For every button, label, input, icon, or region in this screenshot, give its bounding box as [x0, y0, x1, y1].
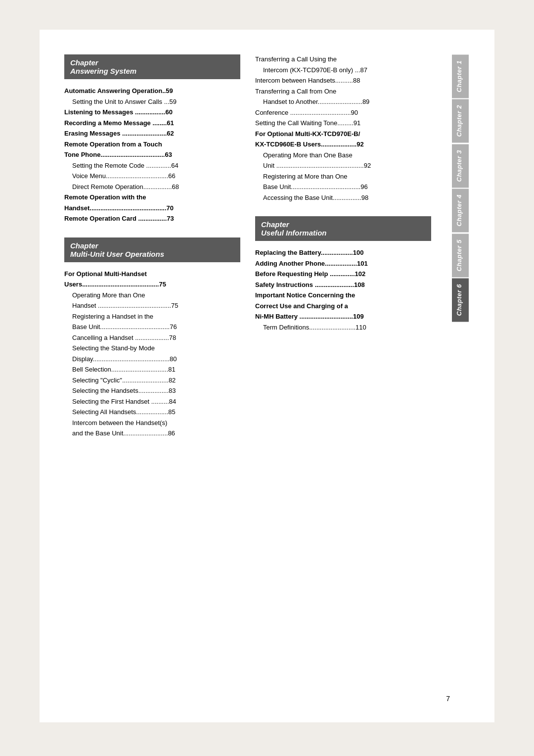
toc-item: Base Unit...............................…: [255, 182, 431, 192]
chapter5-header: Chapter Multi-Unit User Operations: [64, 237, 240, 262]
chapter5-title: Chapter: [70, 241, 234, 250]
toc-item: Display.................................…: [64, 354, 240, 364]
toc-item: Intercom between the Handset(s): [64, 418, 240, 428]
sidebar-tabs: Chapter 1 Chapter 2 Chapter 3 Chapter 4 …: [451, 54, 470, 683]
toc-item: Base Unit...............................…: [64, 322, 240, 332]
sidebar-tab-chapter1: Chapter 1: [452, 54, 469, 98]
toc-item: Term Definitions........................…: [255, 323, 431, 332]
chapter4-header: Chapter Answering System: [64, 54, 240, 79]
chapter4-entries: Automatic Answering Operation..59 Settin…: [64, 86, 240, 224]
toc-item: Recording a Memo Message ........61: [64, 118, 240, 128]
toc-item: Voice Menu..............................…: [64, 171, 240, 181]
toc-item: Selecting All Handsets..................…: [64, 407, 240, 417]
toc-item: Erasing Messages .......................…: [64, 129, 240, 139]
toc-item: Selecting "Cyclic"......................…: [64, 376, 240, 385]
chapter5-right-entries: Transferring a Call Using the Intercom (…: [255, 54, 431, 202]
chapter6-header: Chapter Useful Information: [255, 216, 431, 241]
toc-item: Listening to Messages .................6…: [64, 107, 240, 117]
toc-item: Setting the Call Waiting Tone.........91: [255, 118, 431, 128]
toc-item: Direct Remote Operation................6…: [64, 182, 240, 192]
toc-item: Intercom between Handsets..........88: [255, 76, 431, 86]
page: Chapter Answering System Automatic Answe…: [40, 30, 494, 722]
toc-item: Safety Instructions ....................…: [255, 280, 431, 290]
chapter6-entries: Replacing the Battery..................1…: [255, 248, 431, 332]
sidebar-tab-chapter5: Chapter 5: [452, 234, 469, 277]
toc-item: Operating More than One Base: [255, 150, 431, 160]
sidebar-tab-chapter3: Chapter 3: [452, 144, 469, 188]
toc-item: Handset.................................…: [64, 203, 240, 213]
toc-item: Selecting the First Handset ..........84: [64, 397, 240, 407]
toc-item: Handset to Another......................…: [255, 97, 431, 107]
chapter6-subtitle: Useful Information: [261, 229, 425, 237]
toc-item: Tone Phone..............................…: [64, 150, 240, 160]
toc-item: Bell Selection..........................…: [64, 365, 240, 375]
toc-item: Setting the Remote Code ..............64: [64, 161, 240, 171]
toc-item: For Optional Multi-KX-TCD970E-B/: [255, 129, 431, 139]
toc-item: Important Notice Concerning the: [255, 290, 431, 300]
chapter5-entries: For Optional Multi-Handset Users........…: [64, 269, 240, 438]
toc-item: For Optional Multi-Handset: [64, 269, 240, 279]
toc-item: Automatic Answering Operation..59: [64, 86, 240, 96]
toc-item: Intercom (KX-TCD970E-B only) ...87: [255, 65, 431, 75]
page-number: 7: [446, 695, 450, 703]
toc-item: Accessing the Base Unit................9…: [255, 193, 431, 203]
toc-item: Correct Use and Charging of a: [255, 301, 431, 311]
toc-item: and the Base Unit.......................…: [64, 428, 240, 438]
toc-item: Unit ...................................…: [255, 161, 431, 171]
chapter5-subtitle: Multi-Unit User Operations: [70, 250, 234, 258]
toc-item: Replacing the Battery..................1…: [255, 248, 431, 258]
sidebar-tab-chapter6: Chapter 6: [452, 278, 469, 322]
toc-item: Remote Operation Card ................73: [64, 214, 240, 224]
toc-item: Adding Another Phone..................10…: [255, 259, 431, 269]
toc-item: Transferring a Call from One: [255, 87, 431, 96]
main-content: Chapter Answering System Automatic Answe…: [64, 54, 446, 683]
toc-item: Transferring a Call Using the: [255, 54, 431, 64]
toc-item: Before Requesting Help ..............102: [255, 269, 431, 279]
toc-item: Users...................................…: [64, 280, 240, 289]
toc-item: Ni-MH Battery ..........................…: [255, 312, 431, 322]
toc-item: Registering a Handset in the: [64, 312, 240, 322]
toc-item: Remote Operation from a Touch: [64, 140, 240, 149]
chapter4-title: Chapter: [70, 58, 234, 67]
toc-item: Selecting the Handsets.................8…: [64, 386, 240, 396]
sidebar-tab-chapter2: Chapter 2: [452, 99, 469, 142]
toc-item: Remote Operation with the: [64, 192, 240, 202]
toc-item: Setting the Unit to Answer Calls ...59: [64, 97, 240, 107]
toc-item: Registering at More than One: [255, 172, 431, 182]
toc-item: Cancelling a Handset ...................…: [64, 333, 240, 343]
right-column: Transferring a Call Using the Intercom (…: [255, 54, 431, 683]
toc-item: KX-TCD960E-B Users....................92: [255, 140, 431, 149]
toc-item: Operating More than One: [64, 290, 240, 300]
toc-item: Handset ................................…: [64, 301, 240, 311]
left-column: Chapter Answering System Automatic Answe…: [64, 54, 240, 683]
chapter4-subtitle: Answering System: [70, 67, 234, 75]
chapter6-title: Chapter: [261, 220, 425, 229]
sidebar-tab-chapter4: Chapter 4: [452, 189, 469, 232]
toc-item: Conference .............................…: [255, 108, 431, 118]
toc-item: Selecting the Stand-by Mode: [64, 343, 240, 353]
